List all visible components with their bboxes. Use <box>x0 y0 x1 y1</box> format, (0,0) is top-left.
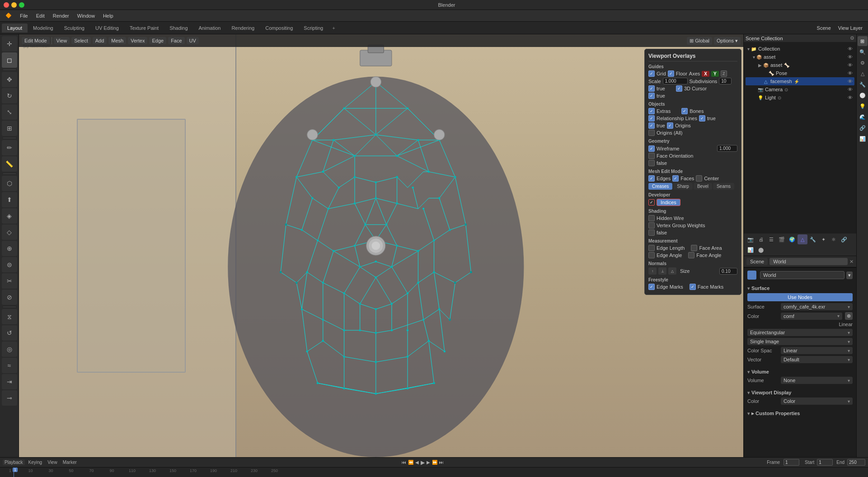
play-pause-btn[interactable]: ▶ <box>421 459 425 466</box>
menu-help[interactable]: Help <box>99 12 117 19</box>
edges-checkbox[interactable] <box>648 175 655 182</box>
relationship-lines-checkbox[interactable] <box>648 115 655 122</box>
viewport-view-menu[interactable]: View <box>54 37 70 44</box>
light-eye[interactable]: 👁 <box>848 95 853 100</box>
tool-slide-relax[interactable]: ⇥ <box>2 374 17 389</box>
props-constraints-btn[interactable]: 🔗 <box>839 234 849 244</box>
face-angle-checkbox[interactable] <box>688 252 694 258</box>
seams-tab[interactable]: Seams <box>713 183 734 190</box>
face-area-checkbox[interactable] <box>691 245 697 251</box>
props-data-btn[interactable]: 📊 <box>746 245 755 255</box>
props-material-btn[interactable]: ⬤ <box>756 245 766 255</box>
single-image-dropdown[interactable]: Single Image <box>747 338 853 345</box>
grid-checkbox[interactable] <box>648 70 655 77</box>
end-frame-input[interactable] <box>847 459 865 466</box>
viewport-options[interactable]: Options ▾ <box>714 37 741 45</box>
hidden-wire-checkbox[interactable] <box>648 215 655 221</box>
tool-cursor[interactable]: ✛ <box>2 36 17 51</box>
props-scene-btn[interactable]: 🎬 <box>777 234 787 244</box>
rsb-item-10[interactable]: 📊 <box>858 134 868 144</box>
surface-header[interactable]: Surface <box>747 284 853 292</box>
rsb-item-3[interactable]: ⚙ <box>858 58 868 68</box>
props-world-btn[interactable]: 🌍 <box>787 234 797 244</box>
menu-render[interactable]: Render <box>49 12 73 19</box>
asset-item[interactable]: ▾ 📦 asset 👁 <box>746 53 854 61</box>
current-frame-input[interactable] <box>784 459 799 466</box>
wireframe-value-input[interactable] <box>717 145 737 152</box>
extras-checkbox[interactable] <box>648 108 655 114</box>
tab-compositing[interactable]: Compositing <box>260 23 298 33</box>
color-extra-btn[interactable]: ⊕ <box>845 312 853 320</box>
tab-texture-paint[interactable]: Texture Paint <box>124 23 164 33</box>
jump-end-btn[interactable]: ⏭ <box>439 460 444 465</box>
props-object-btn[interactable]: △ <box>798 234 807 244</box>
camera-item[interactable]: ▶ 📷 Camera ⊙ 👁 <box>746 85 854 94</box>
text-info-checkbox[interactable] <box>648 85 655 92</box>
rsb-item-1[interactable]: ⊞ <box>858 36 868 46</box>
axis-z-checkbox[interactable]: Z <box>721 70 727 77</box>
rsb-item-4[interactable]: △ <box>858 69 868 79</box>
vertex-normals-btn[interactable]: ↑ <box>648 267 657 275</box>
close-button[interactable] <box>4 2 9 8</box>
surface-value-dropdown[interactable]: comfy_cafe_4k.exr <box>781 303 853 310</box>
scale-input[interactable] <box>663 78 688 84</box>
rsb-item-5[interactable]: 🔧 <box>858 80 868 89</box>
rsb-item-9[interactable]: 🔗 <box>858 123 868 133</box>
tool-annotate[interactable]: ✏ <box>2 140 17 155</box>
origins-checkbox[interactable] <box>667 122 673 129</box>
edge-marks-checkbox[interactable] <box>648 284 655 290</box>
tool-smooth-vertex[interactable]: ◎ <box>2 341 17 357</box>
tool-extrude[interactable]: ⬆ <box>2 192 17 207</box>
start-frame-input[interactable] <box>817 459 833 466</box>
facemesh-item[interactable]: ▶ △ facemesh ⚡ 👁 <box>746 77 854 85</box>
vector-dropdown[interactable]: Default <box>781 356 853 363</box>
face-marks-checkbox[interactable] <box>690 284 696 290</box>
tab-modeling[interactable]: Modeling <box>28 23 59 33</box>
asset-arrow[interactable]: ▾ <box>753 55 755 60</box>
equirect-dropdown[interactable]: Equirectangular <box>747 329 853 336</box>
use-nodes-button[interactable]: Use Nodes <box>747 293 853 301</box>
face-normals-btn[interactable]: △ <box>668 267 676 275</box>
menu-edit[interactable]: Edit <box>33 12 48 19</box>
cursor-3d-checkbox[interactable] <box>676 85 682 92</box>
asset-child-eye[interactable]: 👁 <box>848 62 853 68</box>
tool-push-pull[interactable]: ⊸ <box>2 390 17 406</box>
rsb-item-7[interactable]: 💡 <box>858 101 868 111</box>
subdivisions-input[interactable] <box>719 78 732 84</box>
collection-item[interactable]: ▾ 📁 Collection 👁 <box>746 45 854 53</box>
timeline-body[interactable]: 1 10 30 50 70 90 110 130 150 170 190 210… <box>0 468 868 477</box>
viewport-uv-menu[interactable]: UV <box>187 37 199 44</box>
color-value-dropdown[interactable]: comf <box>781 313 842 320</box>
props-render-btn[interactable]: 📷 <box>746 234 755 244</box>
creases-tab[interactable]: Creases <box>648 183 672 190</box>
tool-knife[interactable]: ✂ <box>2 273 17 289</box>
3d-viewport[interactable]: Edit Mode View Select Add Mesh Vertex Ed… <box>19 34 743 457</box>
custom-props-header[interactable]: ▸ Custom Properties <box>747 409 853 418</box>
axis-x-btn[interactable]: X <box>702 71 709 77</box>
facemesh-eye[interactable]: 👁 <box>848 79 853 84</box>
collection-arrow[interactable]: ▾ <box>747 47 750 51</box>
tool-transform[interactable]: ⊞ <box>2 121 17 136</box>
tool-move[interactable]: ✥ <box>2 72 17 87</box>
tool-bevel[interactable]: ◇ <box>2 224 17 240</box>
tool-randomize[interactable]: ≈ <box>2 358 17 373</box>
menu-blender[interactable]: 🔶 <box>2 12 15 19</box>
menu-window[interactable]: Window <box>74 12 99 19</box>
next-keyframe-btn[interactable]: ⏩ <box>432 460 437 465</box>
tab-shading[interactable]: Shading <box>164 23 193 33</box>
maximize-button[interactable] <box>19 2 24 8</box>
floor-checkbox[interactable] <box>668 70 674 77</box>
viewport-edge-menu[interactable]: Edge <box>149 37 166 44</box>
rsb-item-6[interactable]: ⚪ <box>858 90 868 100</box>
collection-eye[interactable]: 👁 <box>848 46 853 51</box>
bevel-tab[interactable]: Bevel <box>694 183 712 190</box>
annotations-checkbox[interactable] <box>648 93 655 99</box>
global-space-selector[interactable]: ⊞ Global <box>687 37 712 45</box>
color-display-dropdown[interactable]: Color <box>781 398 853 405</box>
asset-child-item[interactable]: ▶ 📦 asset 🦴 👁 <box>746 61 854 69</box>
props-physics-btn[interactable]: ⚛ <box>829 234 839 244</box>
viewport-mode-selector[interactable]: Edit Mode <box>22 37 50 44</box>
jump-start-btn[interactable]: ⏮ <box>402 460 406 465</box>
tool-rotate[interactable]: ↻ <box>2 88 17 103</box>
outline-selected-checkbox[interactable] <box>648 122 655 129</box>
